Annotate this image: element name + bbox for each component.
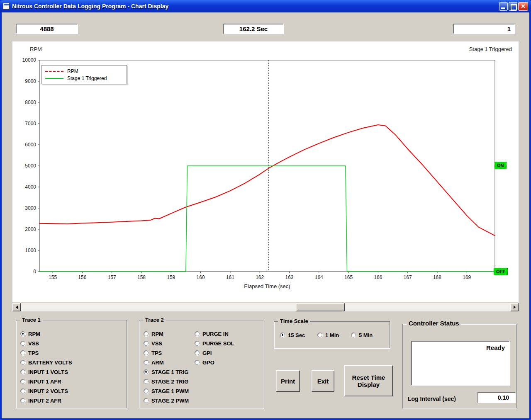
log-interval-value[interactable]: 0.10 bbox=[477, 392, 516, 403]
radio-icon bbox=[195, 341, 200, 346]
minimize-button[interactable] bbox=[499, 2, 508, 11]
legend-label-rpm: RPM bbox=[67, 68, 78, 74]
title-bar[interactable]: Nitrous Controller Data Logging Program … bbox=[0, 0, 531, 12]
radio-icon bbox=[195, 331, 200, 336]
time-scale-title: Time Scale bbox=[278, 318, 310, 324]
trace1-option-input2-afr[interactable]: INPUT 2 AFR bbox=[20, 397, 61, 404]
svg-text:155: 155 bbox=[49, 274, 57, 280]
svg-text:Elapsed Time (sec): Elapsed Time (sec) bbox=[244, 283, 290, 289]
chart-legend: RPM Stage 1 Triggered bbox=[41, 65, 127, 84]
svg-text:169: 169 bbox=[463, 274, 471, 280]
trace2-option-vss[interactable]: VSS bbox=[144, 340, 162, 347]
controller-status-box: Ready bbox=[411, 341, 510, 386]
legend-item-stage1: Stage 1 Triggered bbox=[45, 75, 123, 82]
radio-icon bbox=[317, 333, 322, 337]
trace1-group: Trace 1 RPM VSS TPS BATTERY VOLTS INPUT … bbox=[16, 320, 127, 408]
svg-text:9000: 9000 bbox=[25, 78, 36, 84]
cursor-rpm-readout: 4888 bbox=[16, 24, 78, 34]
trace2-title: Trace 2 bbox=[143, 317, 166, 323]
trace1-title: Trace 1 bbox=[20, 317, 43, 323]
trace1-option-battery-volts[interactable]: BATTERY VOLTS bbox=[20, 359, 72, 366]
trace1-option-rpm[interactable]: RPM bbox=[20, 330, 40, 337]
chart-panel: RPM Stage 1 Triggered 155156157158159160… bbox=[12, 41, 519, 302]
trace2-option-purge-sol[interactable]: PURGE SOL bbox=[195, 340, 234, 347]
trace2-option-arm[interactable]: ARM bbox=[144, 359, 164, 366]
time-scale-group: Time Scale 15 Sec 1 Min 5 Min bbox=[274, 321, 390, 348]
legend-label-stage1: Stage 1 Triggered bbox=[67, 75, 107, 81]
svg-text:158: 158 bbox=[137, 274, 146, 280]
trace2-option-gpi[interactable]: GPI bbox=[195, 350, 212, 356]
svg-text:162: 162 bbox=[256, 274, 264, 280]
svg-text:159: 159 bbox=[167, 274, 175, 280]
trace2-option-gpo[interactable]: GPO bbox=[195, 359, 214, 366]
trace1-option-input1-afr[interactable]: INPUT 1 AFR bbox=[20, 378, 61, 385]
trace2-option-stage1-pwm[interactable]: STAGE 1 PWM bbox=[144, 388, 189, 394]
legend-item-rpm: RPM bbox=[45, 68, 123, 75]
trace1-option-vss[interactable]: VSS bbox=[20, 340, 39, 347]
time-scale-option-1min[interactable]: 1 Min bbox=[317, 332, 339, 338]
trace1-option-input1-volts[interactable]: INPUT 1 VOLTS bbox=[20, 369, 68, 375]
radio-icon bbox=[20, 341, 25, 346]
controller-status-text: Ready bbox=[486, 344, 505, 351]
svg-text:10000: 10000 bbox=[22, 57, 37, 63]
radio-icon bbox=[280, 333, 285, 337]
radio-icon bbox=[144, 379, 149, 384]
exit-button[interactable]: Exit bbox=[312, 370, 334, 392]
trace2-option-rpm[interactable]: RPM bbox=[144, 330, 163, 337]
radio-icon bbox=[144, 331, 149, 336]
print-button[interactable]: Print bbox=[276, 370, 300, 392]
scroll-right-button[interactable] bbox=[510, 303, 519, 311]
svg-text:3000: 3000 bbox=[25, 205, 36, 211]
radio-icon bbox=[144, 341, 149, 346]
svg-text:165: 165 bbox=[344, 274, 353, 280]
trace1-option-tps[interactable]: TPS bbox=[20, 350, 39, 356]
radio-icon bbox=[20, 369, 25, 374]
reset-time-display-button[interactable]: Reset Time Display bbox=[344, 365, 393, 396]
svg-text:5000: 5000 bbox=[25, 163, 36, 169]
scroll-left-button[interactable] bbox=[12, 303, 21, 311]
trace2-group: Trace 2 RPM VSS TPS ARM STAGE 1 TRIG STA… bbox=[139, 320, 263, 408]
left-arrow-icon bbox=[16, 306, 18, 309]
trace1-option-input2-volts[interactable]: INPUT 2 VOLTS bbox=[20, 388, 68, 394]
svg-text:0: 0 bbox=[33, 269, 36, 274]
app-icon bbox=[3, 3, 10, 10]
svg-text:7000: 7000 bbox=[25, 121, 36, 126]
svg-text:157: 157 bbox=[108, 274, 116, 280]
svg-text:164: 164 bbox=[315, 274, 323, 280]
scrollbar-thumb[interactable] bbox=[296, 303, 345, 311]
svg-text:4000: 4000 bbox=[25, 184, 36, 190]
radio-icon bbox=[20, 379, 25, 384]
radio-icon bbox=[20, 388, 25, 393]
controller-status-title: Controller Status bbox=[407, 320, 461, 327]
radio-icon bbox=[20, 360, 25, 365]
radio-icon bbox=[20, 398, 25, 403]
svg-text:8000: 8000 bbox=[25, 100, 36, 105]
radio-icon bbox=[20, 331, 25, 336]
svg-text:156: 156 bbox=[78, 274, 86, 280]
radio-icon bbox=[144, 388, 149, 393]
radio-icon bbox=[144, 398, 149, 403]
radio-icon bbox=[195, 350, 200, 355]
svg-text:161: 161 bbox=[226, 274, 234, 280]
time-scale-option-5min[interactable]: 5 Min bbox=[351, 332, 373, 338]
radio-icon bbox=[351, 333, 356, 337]
time-scrollbar[interactable] bbox=[12, 303, 519, 311]
right-arrow-icon bbox=[514, 306, 516, 309]
window-title: Nitrous Controller Data Logging Program … bbox=[12, 3, 168, 10]
radio-icon bbox=[144, 369, 149, 374]
time-scale-option-15sec[interactable]: 15 Sec bbox=[280, 332, 305, 338]
chart-y-axis-title: RPM bbox=[30, 46, 42, 52]
trace2-option-stage2-pwm[interactable]: STAGE 2 PWM bbox=[144, 397, 189, 404]
cursor-time-readout: 162.2 Sec bbox=[223, 24, 284, 34]
maximize-button[interactable] bbox=[509, 2, 517, 11]
svg-text:2000: 2000 bbox=[25, 226, 36, 232]
svg-text:167: 167 bbox=[404, 274, 412, 280]
trace2-option-stage1-trig[interactable]: STAGE 1 TRIG bbox=[144, 369, 188, 375]
radio-icon bbox=[144, 350, 149, 355]
close-button[interactable] bbox=[518, 2, 528, 11]
trace2-option-stage2-trig[interactable]: STAGE 2 TRIG bbox=[144, 378, 188, 385]
trace2-option-tps[interactable]: TPS bbox=[144, 350, 162, 356]
svg-text:160: 160 bbox=[197, 274, 205, 280]
trace2-option-purge-in[interactable]: PURGE IN bbox=[195, 330, 229, 337]
stage1-line-sample-icon bbox=[45, 78, 63, 79]
